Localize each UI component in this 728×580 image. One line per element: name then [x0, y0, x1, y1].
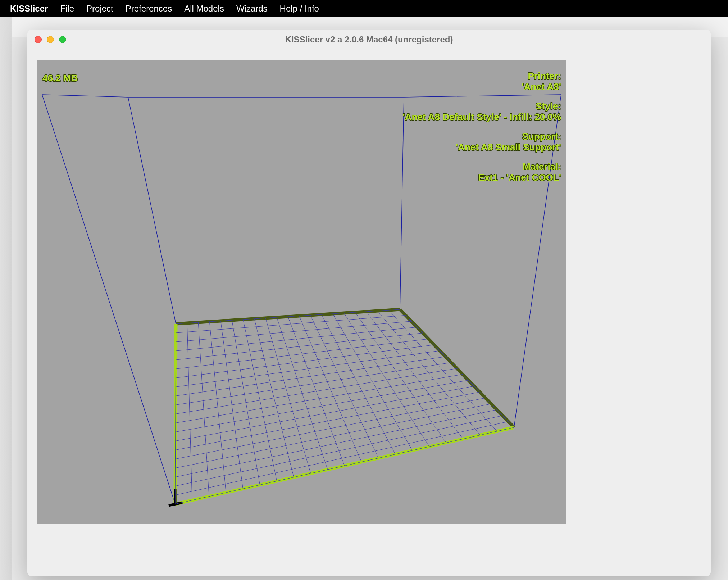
- memory-readout: 46.2 MB: [42, 73, 78, 84]
- support-label: Support:: [522, 131, 561, 142]
- svg-line-2: [400, 97, 404, 309]
- build-volume-render: [37, 60, 566, 524]
- style-value: 'Anet A8 Default Style' - Infill: 20.0%: [403, 112, 561, 123]
- menu-file[interactable]: File: [60, 4, 74, 14]
- dock-edge: [0, 17, 12, 580]
- printer-value: 'Anet A8': [522, 81, 561, 92]
- svg-line-1: [128, 97, 176, 324]
- menubar-app-name[interactable]: KISSlicer: [10, 4, 48, 14]
- style-label: Style:: [536, 101, 561, 112]
- printer-label: Printer:: [528, 71, 561, 82]
- window-body: 46.2 MB Printer: 'Anet A8' Style: 'Anet …: [27, 50, 711, 576]
- menu-preferences[interactable]: Preferences: [126, 4, 172, 14]
- close-icon[interactable]: [35, 36, 42, 43]
- svg-line-4: [42, 95, 128, 97]
- material-label: Material:: [523, 161, 561, 172]
- menu-project[interactable]: Project: [86, 4, 113, 14]
- svg-line-6: [404, 95, 561, 97]
- traffic-lights: [35, 36, 66, 43]
- 3d-viewport[interactable]: 46.2 MB Printer: 'Anet A8' Style: 'Anet …: [37, 60, 566, 524]
- app-window: KISSlicer v2 a 2.0.6 Mac64 (unregistered…: [27, 30, 711, 576]
- zoom-icon[interactable]: [59, 36, 66, 43]
- window-titlebar[interactable]: KISSlicer v2 a 2.0.6 Mac64 (unregistered…: [27, 30, 711, 50]
- window-title: KISSlicer v2 a 2.0.6 Mac64 (unregistered…: [27, 35, 711, 45]
- os-menubar: KISSlicer File Project Preferences All M…: [0, 0, 728, 17]
- svg-line-0: [42, 95, 175, 504]
- menu-all-models[interactable]: All Models: [184, 4, 224, 14]
- menu-wizards[interactable]: Wizards: [236, 4, 268, 14]
- svg-marker-7: [175, 309, 514, 504]
- support-value: 'Anet A8 Small Support': [456, 142, 561, 153]
- material-value: Ext1 - 'Anet COOL': [478, 172, 561, 183]
- minimize-icon[interactable]: [47, 36, 54, 43]
- menu-help-info[interactable]: Help / Info: [280, 4, 319, 14]
